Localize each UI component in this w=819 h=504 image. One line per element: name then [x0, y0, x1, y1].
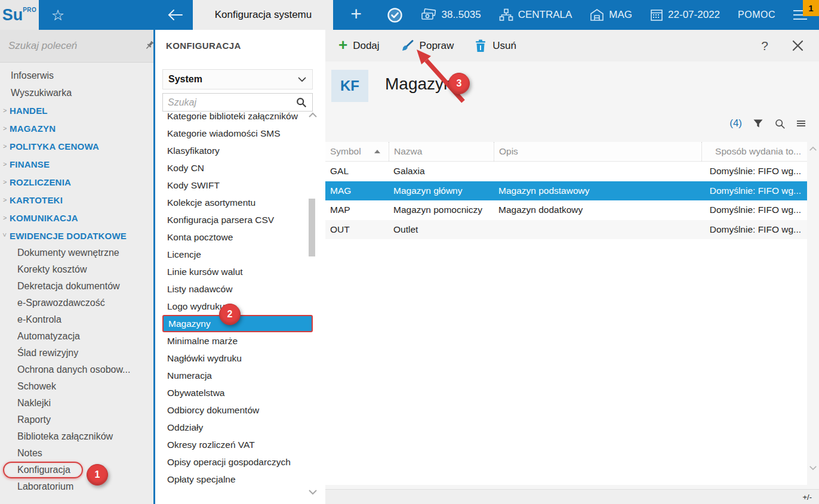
help-button[interactable]: ?: [761, 39, 768, 53]
list-menu-icon[interactable]: [796, 119, 806, 128]
edit-button[interactable]: Popraw: [400, 39, 454, 53]
sidebar-item-komunikacja[interactable]: >KOMUNIKACJA: [0, 209, 153, 227]
app-logo-text: SuPRO: [2, 6, 37, 24]
sidebar-item-magazyn[interactable]: >MAGAZYN: [0, 119, 153, 137]
config-item[interactable]: Oddziały: [162, 419, 313, 436]
app-logo[interactable]: SuPRO: [0, 0, 39, 30]
sidebar-item-naklejki[interactable]: Naklejki: [0, 395, 153, 412]
sidebar-item-dekretacja-dokumentow[interactable]: Dekretacja dokumentów: [0, 278, 153, 295]
sidebar-item-automatyzacja[interactable]: Automatyzacja: [0, 328, 153, 345]
sidebar-item-polityka-cenowa[interactable]: >POLITYKA CENOWA: [0, 137, 153, 155]
delete-trash-icon: [474, 39, 487, 53]
scroll-up-icon[interactable]: [809, 146, 817, 151]
warehouse-status[interactable]: MAG: [590, 8, 632, 21]
scroll-down-icon[interactable]: [308, 489, 318, 495]
chevron-right-icon: >: [3, 107, 7, 114]
config-item[interactable]: Opłaty specjalne: [162, 471, 313, 487]
chevron-down-icon: >: [1, 233, 8, 237]
cash-register-status[interactable]: 38..5035: [421, 8, 481, 21]
config-panel-title: KONFIGURACJA: [166, 41, 325, 54]
add-plus-icon: +: [338, 45, 347, 47]
status-check-icon[interactable]: [387, 7, 403, 23]
config-item[interactable]: Kody CN: [162, 159, 313, 177]
table-row-map[interactable]: MAP Magazyn pomocniczy Magazyn dodatkowy…: [325, 200, 807, 220]
sidebar-item-raporty[interactable]: Raporty: [0, 412, 153, 428]
notification-badge[interactable]: 1: [803, 0, 819, 16]
table-row-out[interactable]: OUT Outlet Domyślnie: FIFO wg...: [325, 220, 807, 240]
table-row-mag-selected[interactable]: MAG Magazyn główny Magazyn podstawowy Do…: [325, 181, 807, 201]
sidebar-item-e-sprawozdawczosc[interactable]: e-Sprawozdawczość: [0, 295, 153, 311]
config-item[interactable]: Nagłówki wydruku: [162, 350, 313, 367]
column-header-opis[interactable]: Opis: [494, 142, 701, 161]
column-header-symbol[interactable]: Symbol: [325, 146, 389, 157]
sidebar-item-rozliczenia[interactable]: >ROZLICZENIA: [0, 173, 153, 191]
table-header-row: Symbol Nazwa Opis Sposób wydania to...: [325, 142, 807, 162]
search-icon[interactable]: [774, 118, 786, 129]
config-item[interactable]: Kategorie biblioteki załączników: [162, 112, 313, 125]
sidebar-item-kartoteki[interactable]: >KARTOTEKI: [0, 191, 153, 209]
config-item[interactable]: Kolekcje asortymentu: [162, 194, 313, 211]
scroll-down-icon[interactable]: [809, 465, 817, 471]
config-search-input[interactable]: [168, 97, 295, 108]
back-arrow-icon[interactable]: [157, 0, 193, 30]
toolbar-right: ?: [761, 39, 819, 53]
main-toolbar: + Dodaj Popraw Usuń ?: [325, 30, 819, 61]
table-row-gal[interactable]: GAL Galaxia Domyślnie: FIFO wg...: [325, 162, 807, 181]
config-search-bar: [162, 93, 313, 112]
sidebar-item-notes[interactable]: Notes: [0, 445, 153, 462]
branch-status[interactable]: CENTRALA: [499, 8, 572, 21]
sidebar-item-ewidencje-dodatkowe[interactable]: >EWIDENCJE DODATKOWE: [0, 227, 153, 245]
cash-register-number: 38..5035: [441, 9, 481, 21]
sidebar-item-konfiguracja[interactable]: Konfiguracja: [0, 462, 153, 478]
tab-konfiguracja-systemu[interactable]: Konfiguracja systemu: [193, 0, 333, 30]
plus-minus-label[interactable]: +/-: [802, 493, 812, 502]
config-item[interactable]: Opisy operacji gospodarczych: [162, 453, 313, 471]
sidebar-item-schowek[interactable]: Schowek: [0, 378, 153, 395]
sidebar-item-handel[interactable]: >HANDEL: [0, 101, 153, 119]
config-scrollbar-thumb[interactable]: [309, 199, 315, 256]
config-item[interactable]: Minimalne marże: [162, 332, 313, 350]
config-item[interactable]: Odbiorcy dokumentów: [162, 401, 313, 419]
sidebar-item-wyszukiwarka[interactable]: Wyszukiwarka: [0, 84, 153, 101]
config-item[interactable]: Linie kursów walut: [162, 263, 313, 280]
scroll-up-icon[interactable]: [308, 112, 318, 118]
module-badge: KF: [331, 70, 368, 102]
favorites-star-icon[interactable]: ☆: [39, 0, 77, 30]
annotation-step-1: 1: [87, 464, 108, 486]
config-scope-dropdown[interactable]: System: [162, 69, 313, 89]
current-date: 22-07-2022: [668, 9, 720, 21]
column-header-nazwa[interactable]: Nazwa: [389, 142, 494, 161]
config-item[interactable]: Obywatelstwa: [162, 384, 313, 401]
sidebar-item-laboratorium[interactable]: Laboratorium: [0, 478, 153, 495]
sidebar-item-ochrona-danych[interactable]: Ochrona danych osobow...: [0, 361, 153, 378]
config-item[interactable]: Klasyfikatory: [162, 142, 313, 159]
new-tab-plus-icon[interactable]: +: [333, 0, 378, 30]
command-search-input[interactable]: [8, 40, 140, 52]
sidebar-item-e-kontrola[interactable]: e-Kontrola: [0, 311, 153, 328]
sidebar-item-dokumenty-wewnetrzne[interactable]: Dokumenty wewnętrzne: [0, 245, 153, 261]
config-item[interactable]: Konta pocztowe: [162, 228, 313, 246]
delete-button[interactable]: Usuń: [474, 39, 516, 53]
filter-icon[interactable]: [753, 118, 763, 129]
search-icon[interactable]: [295, 97, 307, 109]
column-header-sposob-wydania[interactable]: Sposób wydania to...: [701, 142, 807, 161]
close-icon[interactable]: [792, 40, 803, 51]
date-status[interactable]: 22-07-2022: [650, 8, 720, 21]
add-button[interactable]: + Dodaj: [338, 40, 380, 52]
config-item[interactable]: Konfiguracja parsera CSV: [162, 211, 313, 228]
config-item[interactable]: Kody SWIFT: [162, 177, 313, 194]
config-item[interactable]: Numeracja: [162, 367, 313, 384]
config-item[interactable]: Listy nadawców: [162, 280, 313, 298]
main-panel: + Dodaj Popraw Usuń ? KF Magazyny (4): [325, 30, 819, 504]
config-list: Kategorie biblioteki załączników Kategor…: [162, 112, 313, 487]
config-item[interactable]: Kategorie wiadomości SMS: [162, 125, 313, 142]
config-item[interactable]: Licencje: [162, 246, 313, 263]
sidebar-item-korekty-kosztow[interactable]: Korekty kosztów: [0, 261, 153, 278]
sidebar-item-biblioteka-zalacznikow[interactable]: Biblioteka załączników: [0, 428, 153, 445]
chevron-right-icon: >: [3, 160, 7, 168]
sidebar-item-infoserwis[interactable]: Infoserwis: [0, 67, 153, 84]
sidebar-item-slad-rewizyjny[interactable]: Ślad rewizyjny: [0, 345, 153, 361]
sidebar-item-finanse[interactable]: >FINANSE: [0, 155, 153, 173]
config-item[interactable]: Okresy rozliczeń VAT: [162, 436, 313, 453]
help-menu[interactable]: POMOC: [738, 10, 775, 20]
